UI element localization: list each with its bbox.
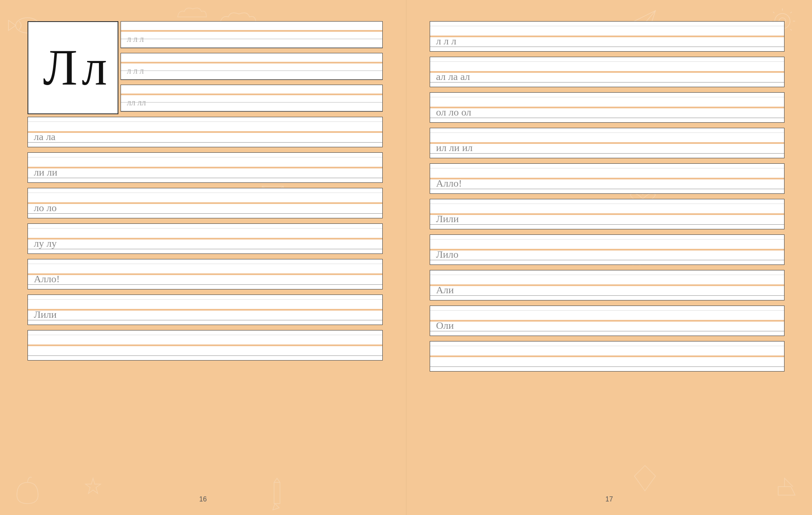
writing-row-3: ло ло (27, 188, 383, 218)
right-writing-row-6: Лили (430, 199, 785, 229)
right-writing-row-8: Али (430, 270, 785, 300)
right-writing-row-4: ил ли ил (430, 128, 785, 158)
right-sample-row9: Оли (436, 320, 454, 331)
right-sample-row7: Лило (436, 249, 458, 260)
letter-display-box: Л л (27, 21, 118, 114)
sample-row3: ло ло (34, 202, 57, 214)
right-writing-row-9: Оли (430, 306, 785, 336)
page-spread: Л л л л л л л л лл лл (0, 0, 812, 515)
right-writing-row-3: ол ло ол (430, 92, 785, 123)
letter-large: Л л (43, 42, 103, 93)
right-sample-row1: л л л (436, 36, 456, 47)
writing-section-top2: л л л (121, 53, 383, 80)
sample-row5: Алло! (34, 273, 60, 285)
right-writing-row-1: л л л (430, 21, 785, 52)
right-sample-row6: Лили (436, 213, 459, 225)
top-right-writing-lines: л л л л л л лл лл (121, 21, 383, 114)
right-sample-row2: ал ла ал (436, 71, 470, 83)
sample-row6: Лили (34, 309, 57, 320)
right-page: л л л ал ла ал ол ло ол ил ли ил Алло! (406, 0, 812, 515)
right-writing-blocks: л л л ал ла ал ол ло ол ил ли ил Алло! (430, 21, 785, 374)
left-page-number: 16 (199, 496, 207, 503)
right-sample-row5: Алло! (436, 178, 462, 189)
top-section: Л л л л л л л л лл лл (27, 21, 383, 114)
right-writing-row-5: Алло! (430, 163, 785, 194)
left-writing-blocks: ла ла ли ли ло ло лу лу Алло! (27, 117, 383, 363)
writing-section-top3: лл лл (121, 85, 383, 112)
right-sample-row4: ил ли ил (436, 142, 472, 154)
right-writing-row-empty (430, 341, 785, 372)
right-writing-row-7: Лило (430, 234, 785, 265)
right-page-number: 17 (606, 496, 613, 503)
sample-row2: ли ли (34, 167, 58, 178)
writing-row-6: Лили (27, 295, 383, 325)
right-sample-row3: ол ло ол (436, 107, 471, 118)
left-page: Л л л л л л л л лл лл (0, 0, 406, 515)
sample-text-top2: л л л (127, 66, 144, 76)
writing-row-empty (27, 330, 383, 361)
sample-text-top1: л л л (127, 34, 144, 44)
writing-section-top1: л л л (121, 21, 383, 48)
writing-row-1: ла ла (27, 117, 383, 147)
writing-row-2: ли ли (27, 152, 383, 183)
writing-row-5: Алло! (27, 259, 383, 289)
sample-row4: лу лу (34, 238, 57, 249)
right-sample-row8: Али (436, 284, 454, 296)
writing-row-4: лу лу (27, 223, 383, 254)
sample-row1: ла ла (34, 131, 55, 143)
sample-text-top3: лл лл (127, 98, 146, 107)
right-writing-row-2: ал ла ал (430, 57, 785, 87)
